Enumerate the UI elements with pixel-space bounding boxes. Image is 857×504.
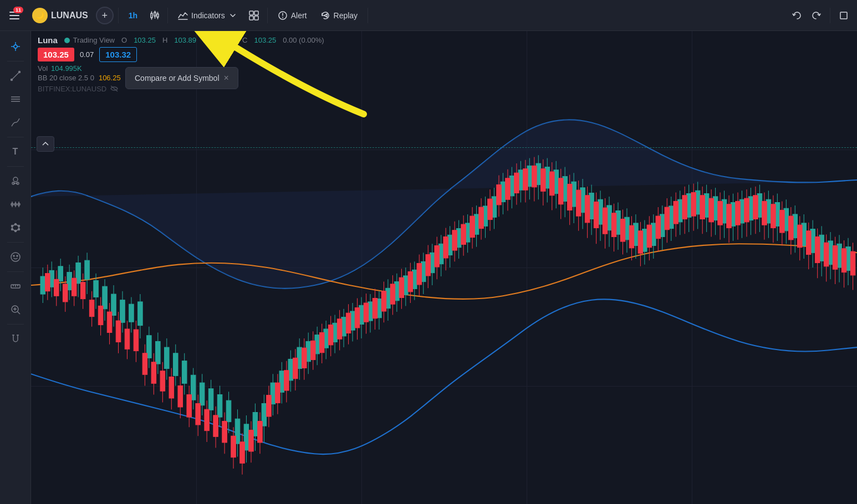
alert-button[interactable]: Alert [272,8,313,23]
menu-button[interactable]: 11 [4,6,24,25]
layouts-button[interactable] [245,7,263,24]
high-value: 103.89 [174,36,196,44]
layouts-icon [249,11,259,20]
svg-rect-412 [762,201,767,225]
svg-rect-402 [718,201,723,225]
tool-crosshair[interactable] [4,35,27,58]
svg-rect-0 [151,13,152,18]
chart-info-row1: Luna Trading View O 103.25 H 103.89 L 10… [38,35,850,45]
pen-icon [9,116,22,128]
svg-rect-360 [532,166,537,187]
svg-rect-220 [267,395,272,416]
patterns-icon [9,222,22,234]
ohlc-values: O 103.25 H 103.89 L 103.08 C 103.25 0.00… [121,36,324,44]
svg-rect-416 [780,210,785,233]
svg-rect-384 [638,231,643,254]
svg-rect-11 [254,11,258,15]
tool-text[interactable]: T [4,141,27,163]
close-label: C [242,36,247,44]
replay-icon [320,11,330,20]
tool-shapes[interactable] [4,170,27,192]
symbol-name: LUNAUS [51,11,88,20]
divider-5 [830,8,830,23]
candlestick-icon [149,11,159,20]
svg-rect-150 [187,395,192,418]
interval-label: 1h [129,11,137,20]
divider-2 [167,8,168,23]
fullscreen-button[interactable] [835,7,853,24]
tool-pen[interactable] [4,111,27,133]
svg-rect-230 [310,341,315,359]
alert-icon [278,11,288,20]
svg-rect-224 [284,371,289,390]
replay-label: Replay [334,11,358,20]
trading-view-label: Trading View [73,36,115,44]
svg-rect-154 [205,409,210,430]
svg-rect-96 [173,353,178,376]
tool-patterns[interactable] [4,217,27,239]
svg-rect-432 [850,251,855,275]
replay-button[interactable]: Replay [315,8,364,23]
svg-rect-76 [85,260,90,279]
svg-point-52 [11,253,20,261]
magnet-icon [9,333,22,345]
collapse-button[interactable] [37,136,54,152]
add-symbol-button[interactable]: + [96,7,114,24]
svg-rect-380 [620,219,625,241]
ohlc-change: 0.00 (0.00%) [283,36,324,44]
indicators-label: Indicators [191,11,225,20]
tool-divider-1 [7,61,24,61]
symbol-button[interactable]: 🌙 LUNAUS [27,6,94,25]
svg-rect-414 [771,204,776,228]
svg-rect-242 [364,303,369,322]
tool-magnet[interactable] [4,328,27,350]
svg-rect-6 [157,14,159,17]
menu-line-3 [9,18,19,19]
svg-rect-164 [249,430,254,451]
svg-rect-404 [727,204,732,228]
svg-rect-222 [276,383,280,403]
svg-rect-262 [452,230,457,250]
svg-rect-160 [231,436,236,457]
svg-rect-400 [709,198,714,222]
svg-rect-354 [506,178,511,199]
svg-rect-140 [142,353,147,374]
compare-tooltip-text: Compare or Add Symbol [135,74,220,83]
svg-rect-244 [373,299,378,318]
tool-emoji[interactable] [4,246,27,268]
svg-rect-134 [116,321,121,342]
compare-tooltip-close[interactable]: × [224,73,229,83]
svg-rect-392 [674,201,679,224]
indicators-button[interactable]: Indicators [172,8,243,23]
text-icon: T [13,147,18,157]
svg-rect-138 [134,330,139,351]
tool-hlines[interactable] [4,88,27,110]
fullscreen-icon [839,11,849,20]
ruler-icon [9,280,22,292]
main-content: T [0,31,857,504]
tool-ruler[interactable] [4,275,27,297]
chart-symbol-name: Luna [38,35,58,45]
interval-button[interactable]: 1h [123,9,143,22]
svg-rect-248 [390,284,395,304]
open-value: 103.25 [134,36,156,44]
svg-line-60 [17,312,20,315]
tool-divider-2 [7,137,24,137]
chart-type-button[interactable] [145,7,163,24]
svg-rect-13 [254,16,258,20]
redo-button[interactable] [808,7,825,24]
tool-divider-4 [7,242,24,243]
svg-rect-92 [156,341,161,364]
svg-rect-362 [541,169,546,192]
svg-point-25 [11,79,12,81]
svg-rect-398 [700,196,705,219]
svg-rect-394 [682,196,687,219]
svg-rect-162 [240,442,245,463]
tool-zoom[interactable] [4,299,27,321]
tool-line[interactable] [4,65,27,87]
tool-fibonacci[interactable] [4,193,27,215]
undo-button[interactable] [788,7,805,24]
svg-point-53 [13,255,14,256]
chart-area: Luna Trading View O 103.25 H 103.89 L 10… [31,31,857,504]
svg-rect-228 [302,348,307,368]
